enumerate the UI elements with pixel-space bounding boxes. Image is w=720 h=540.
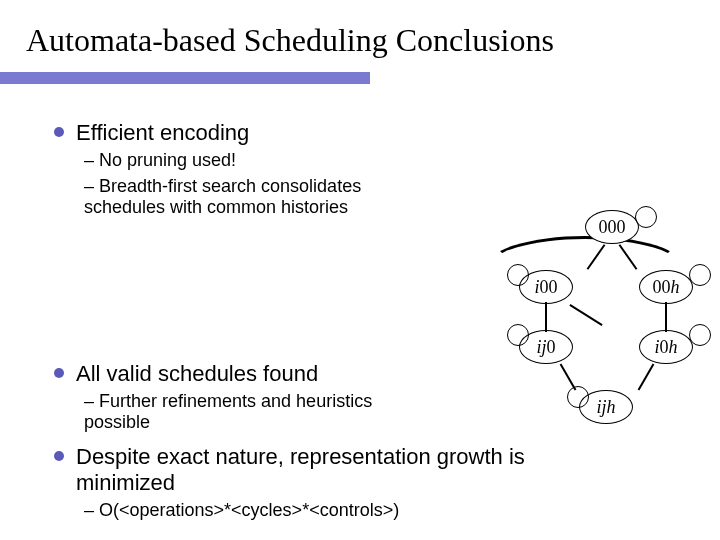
node-00h: 00h — [639, 270, 693, 304]
bullet-2-sub-1-text: Further refinements and heuristics possi… — [84, 391, 372, 433]
bullet-dot-icon — [54, 368, 64, 378]
node-i0h: i0h — [639, 330, 693, 364]
node-i0h-h: h — [669, 337, 678, 358]
selfloop-icon — [689, 264, 711, 286]
bullet-2-text: All valid schedules found — [76, 361, 318, 387]
selfloop-icon — [689, 324, 711, 346]
node-ij0-z: 0 — [547, 337, 556, 358]
selfloop-icon — [635, 206, 657, 228]
bullet-3: Despite exact nature, representation gro… — [54, 444, 674, 496]
node-00h-z: 00 — [653, 277, 671, 298]
node-i0h-mid: 0 — [660, 337, 669, 358]
automata-diagram: 000 i00 00h ij0 i0h ijh — [467, 200, 702, 440]
bullet-3-sub-1: – O(<operations>*<cycles>*<controls>) — [84, 500, 424, 522]
bullet-3-text: Despite exact nature, representation gro… — [76, 444, 556, 496]
node-000-label: 000 — [599, 217, 626, 238]
bullet-1: Efficient encoding — [54, 120, 674, 146]
node-ij0-ij: ij — [536, 337, 546, 358]
diagram-edge — [569, 304, 602, 326]
bullet-dot-icon — [54, 451, 64, 461]
slide-title: Automata-based Scheduling Conclusions — [0, 0, 720, 59]
bullet-1-sub-1-text: No pruning used! — [99, 150, 236, 170]
node-ijh-ij: ij — [596, 397, 606, 418]
diagram-edge — [665, 302, 667, 332]
bullet-dot-icon — [54, 127, 64, 137]
diagram-edge — [545, 302, 547, 332]
node-i00-rest: 00 — [540, 277, 558, 298]
bullet-1-text: Efficient encoding — [76, 120, 249, 146]
bullet-1-sub-2-text: Breadth-first search consolidates schedu… — [84, 176, 361, 218]
node-ijh-h: h — [607, 397, 616, 418]
selfloop-icon — [507, 324, 529, 346]
selfloop-icon — [567, 386, 589, 408]
selfloop-icon — [507, 264, 529, 286]
node-000: 000 — [585, 210, 639, 244]
title-rule — [0, 72, 370, 84]
bullet-1-sub-2: – Breadth-first search consolidates sche… — [84, 176, 424, 219]
bullet-3-sub-1-text: O(<operations>*<cycles>*<controls>) — [99, 500, 399, 520]
bullet-1-sub-1: – No pruning used! — [84, 150, 424, 172]
node-00h-h: h — [671, 277, 680, 298]
diagram-edge — [560, 364, 577, 391]
diagram-edge — [638, 364, 655, 391]
bullet-2-sub-1: – Further refinements and heuristics pos… — [84, 391, 424, 434]
